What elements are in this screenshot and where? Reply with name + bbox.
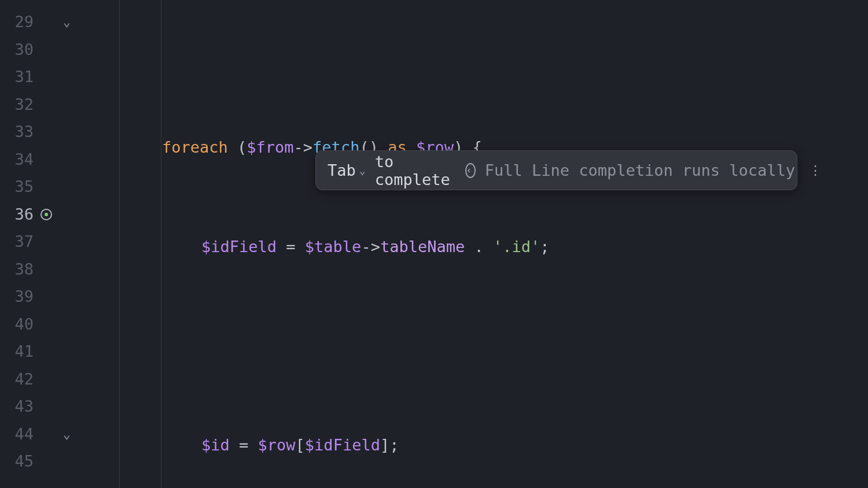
- tooltip-local-text: Full Line completion runs locally: [485, 161, 795, 179]
- gutter-line-number[interactable]: 44⌄: [0, 420, 75, 448]
- completion-tooltip[interactable]: Tab ⌄ to complete Full Line completion r…: [315, 150, 797, 190]
- string-literal: '.id': [493, 238, 540, 256]
- gutter-line-number[interactable]: 30: [0, 36, 75, 64]
- variable: $row: [258, 436, 296, 454]
- gutter-line-number[interactable]: 32: [0, 91, 75, 119]
- code-area[interactable]: foreach ($from->fetch() as $row) { $idFi…: [75, 0, 868, 488]
- gutter-line-number[interactable]: 34: [0, 146, 75, 173]
- gutter-line-number[interactable]: 31: [0, 63, 75, 91]
- gutter-line-number[interactable]: 41: [0, 338, 75, 365]
- completion-key-button[interactable]: Tab ⌄: [328, 161, 366, 179]
- variable: $idField: [305, 436, 380, 454]
- gutter-line-number[interactable]: 39: [0, 283, 75, 310]
- variable: $id: [201, 436, 230, 454]
- gutter-line-number[interactable]: 40: [0, 310, 75, 338]
- code-editor: 29⌄303132333435363738394041424344⌄45 for…: [0, 0, 868, 488]
- keyword: foreach: [162, 138, 228, 156]
- gutter-line-number[interactable]: 43: [0, 393, 75, 420]
- variable: $idField: [201, 238, 277, 256]
- gutter-line-number[interactable]: 38: [0, 256, 75, 283]
- gutter-line-number[interactable]: 36: [0, 201, 75, 228]
- tooltip-to-complete-label: to complete: [375, 153, 450, 188]
- code-line[interactable]: $idField = $table->tableName . '.id';: [75, 233, 868, 261]
- variable: $table: [305, 238, 362, 256]
- gutter-line-number[interactable]: 33: [0, 118, 75, 146]
- svg-point-1: [45, 213, 48, 216]
- more-options-icon[interactable]: ⋮: [804, 163, 823, 178]
- rerun-icon[interactable]: [39, 207, 53, 221]
- gutter-line-number[interactable]: 37: [0, 228, 75, 256]
- chevron-down-icon[interactable]: ⌄: [359, 164, 366, 176]
- fold-chevron-icon[interactable]: ⌄: [63, 427, 71, 441]
- gutter-line-number[interactable]: 42: [0, 365, 75, 393]
- local-completion-icon: [465, 163, 476, 178]
- variable: $from: [247, 138, 293, 156]
- gutter-line-number[interactable]: 29⌄: [0, 8, 75, 36]
- gutter-line-number[interactable]: 35: [0, 173, 75, 201]
- gutter-line-number[interactable]: 45: [0, 448, 75, 475]
- property: tableName: [380, 238, 465, 256]
- gutter: 29⌄303132333435363738394041424344⌄45: [0, 0, 75, 488]
- code-line[interactable]: $id = $row[$idField];: [75, 431, 868, 459]
- code-line[interactable]: [75, 332, 868, 360]
- fold-chevron-icon[interactable]: ⌄: [63, 14, 71, 29]
